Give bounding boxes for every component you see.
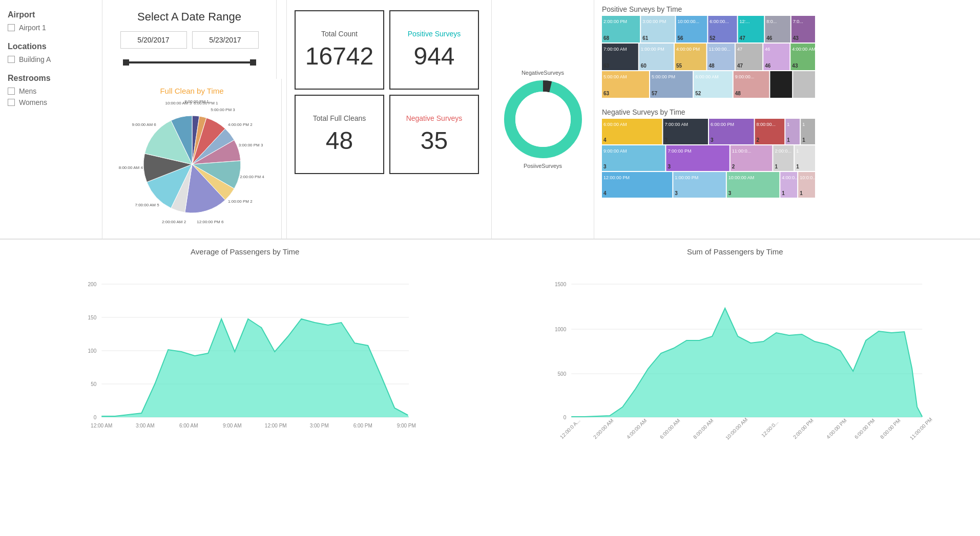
positive-treemap-section: Positive Surveys by Time 2:00:00 PM683:0…	[602, 5, 972, 103]
buildingA-checkbox[interactable]	[8, 56, 15, 63]
svg-text:6:00:00 AM: 6:00:00 AM	[695, 74, 719, 79]
svg-text:1:00:00 PM 2: 1:00:00 PM 2	[228, 199, 253, 204]
kpi-total-full-cleans: Total Full Cleans 48	[295, 95, 384, 174]
svg-text:5:00:00 PM 3: 5:00:00 PM 3	[211, 108, 235, 112]
svg-rect-70	[770, 71, 792, 98]
svg-text:8:0...: 8:0...	[766, 19, 777, 24]
svg-text:200: 200	[88, 282, 97, 287]
kpi-total-full-cleans-label: Total Full Cleans	[313, 114, 366, 122]
airport-section-title: Airport	[8, 10, 94, 19]
kpi-negative-surveys-label: Negative Surveys	[406, 114, 463, 122]
svg-text:6:00:00 PM: 6:00:00 PM	[711, 122, 734, 127]
kpi-total-count-label: Total Count	[321, 30, 358, 38]
date-slider[interactable]	[123, 56, 256, 69]
svg-text:11:00:00...: 11:00:00...	[709, 47, 731, 52]
svg-text:46: 46	[765, 47, 770, 52]
svg-text:46: 46	[766, 35, 773, 41]
positive-treemap: 2:00:00 PM683:00:00 PM6110:00:00...566:0…	[602, 16, 817, 103]
kpi-negative-surveys: Negative Surveys 35	[389, 95, 479, 174]
svg-text:68: 68	[603, 35, 610, 41]
womens-checkbox[interactable]	[8, 99, 15, 106]
svg-text:3:00 PM: 3:00 PM	[310, 423, 329, 428]
svg-text:8:00:00 PM: 8:00:00 PM	[879, 418, 901, 440]
svg-text:2:00:0...: 2:00:0...	[775, 148, 791, 154]
svg-text:1:00:00 PM: 1:00:00 PM	[641, 47, 664, 52]
negative-treemap: 6:00:00 AM47:00:00 AM36:00:00 PM38:00:00…	[602, 119, 817, 203]
mens-label: Mens	[19, 87, 36, 95]
svg-text:1: 1	[782, 190, 785, 196]
donut-section: NegativeSurveys PosiiveSurveys	[492, 0, 594, 239]
svg-text:1: 1	[787, 122, 789, 127]
svg-text:2:00:00 PM 4: 2:00:00 PM 4	[240, 175, 264, 179]
svg-text:7:0...: 7:0...	[793, 19, 803, 24]
svg-text:2:00:00 AM 2: 2:00:00 AM 2	[162, 220, 186, 224]
svg-text:55: 55	[676, 63, 682, 69]
restrooms-section-title: Restrooms	[8, 74, 94, 83]
svg-text:43: 43	[792, 63, 798, 69]
buildingA-label: Building A	[19, 55, 51, 63]
svg-text:1: 1	[775, 164, 778, 169]
svg-text:3: 3	[603, 164, 607, 169]
svg-text:7:00:00 AM: 7:00:00 AM	[603, 47, 627, 52]
womens-label: Womens	[19, 98, 47, 106]
airport1-checkbox[interactable]	[8, 24, 15, 31]
mens-checkbox[interactable]	[8, 88, 15, 95]
svg-text:47: 47	[737, 63, 743, 69]
sidebar-item-buildingA[interactable]: Building A	[8, 55, 94, 63]
svg-text:2:00:00 AM: 2:00:00 AM	[592, 418, 614, 440]
svg-text:3: 3	[664, 137, 668, 143]
sidebar-item-mens[interactable]: Mens	[8, 87, 94, 95]
svg-text:9:00:00...: 9:00:00...	[735, 74, 755, 79]
svg-text:12:...: 12:...	[740, 19, 750, 24]
svg-text:2:00:00 PM: 2:00:00 PM	[603, 19, 627, 24]
svg-text:1: 1	[802, 122, 805, 127]
start-date-input[interactable]	[120, 31, 187, 49]
svg-text:5:00:00 AM: 5:00:00 AM	[603, 74, 627, 79]
kpi-positive-surveys-label: Positive Surveys	[408, 30, 461, 38]
svg-text:1500: 1500	[555, 282, 567, 287]
svg-text:12:00 AM: 12:00 AM	[91, 423, 112, 428]
kpi-total-count: Total Count 16742	[295, 10, 384, 90]
sidebar-item-womens[interactable]: Womens	[8, 98, 94, 106]
svg-text:1: 1	[787, 137, 790, 143]
pie-section: Full Clean by Time 8:00:00 PM 16:00:00 P…	[102, 79, 282, 239]
svg-text:100: 100	[88, 348, 97, 354]
svg-text:4:00:0...: 4:00:0...	[782, 175, 799, 180]
pie-chart-title: Full Clean by Time	[160, 87, 223, 95]
svg-text:2: 2	[732, 164, 735, 169]
svg-text:10:00:00...: 10:00:00...	[678, 19, 700, 24]
svg-rect-71	[793, 71, 815, 98]
svg-text:63: 63	[603, 91, 610, 96]
avg-passengers-chart: 200 150 100 50 0 12:00 AM 3:00 AM 6:00 A…	[10, 259, 480, 525]
svg-text:1: 1	[796, 164, 799, 169]
svg-text:43: 43	[793, 35, 799, 41]
svg-text:63: 63	[603, 63, 610, 69]
svg-text:3:00:00 PM 3: 3:00:00 PM 3	[238, 143, 263, 147]
locations-section: Locations Building A	[8, 42, 94, 63]
svg-text:6:00:00 AM: 6:00:00 AM	[603, 122, 627, 127]
svg-text:5:00:00 PM: 5:00:00 PM	[652, 74, 675, 79]
svg-text:4:00:00 AM: 4:00:00 AM	[792, 47, 816, 52]
svg-text:10:00:00 AM: 10:00:00 AM	[728, 175, 755, 180]
svg-point-15	[515, 92, 571, 147]
treemap-container: Positive Surveys by Time 2:00:00 PM683:0…	[594, 0, 980, 239]
sidebar-item-airport1[interactable]: Airport 1	[8, 24, 94, 32]
sum-passengers-chart: 1500 1000 500 0 12:00:0 A... 2:00:00 AM …	[501, 259, 970, 525]
svg-text:12:00:00 PM: 12:00:00 PM	[603, 175, 630, 180]
svg-text:3:00 AM: 3:00 AM	[136, 423, 155, 428]
avg-passengers-section: Average of Passengers by Time 200 150 10…	[0, 240, 490, 536]
svg-text:6:00:00...: 6:00:00...	[710, 19, 729, 24]
svg-text:11:00:0...: 11:00:0...	[732, 148, 752, 154]
kpi-total-count-value: 16742	[305, 42, 373, 70]
svg-text:6:00 PM: 6:00 PM	[353, 423, 372, 428]
svg-text:12:00:0 A...: 12:00:0 A...	[558, 418, 581, 440]
svg-text:1000: 1000	[555, 327, 567, 332]
donut-positive-label: PosiiveSurveys	[524, 163, 562, 169]
dashboard: Airport Airport 1 Locations Building A R…	[0, 0, 980, 536]
svg-text:12:00:00 PM 6: 12:00:00 PM 6	[197, 220, 224, 224]
sum-passengers-title: Sum of Passengers by Time	[501, 247, 970, 256]
negative-treemap-svg: 6:00:00 AM47:00:00 AM36:00:00 PM38:00:00…	[602, 119, 817, 201]
end-date-input[interactable]	[192, 31, 259, 49]
negative-treemap-title: Negative Surveys by Time	[602, 108, 972, 116]
svg-text:7:00:00 AM: 7:00:00 AM	[664, 122, 688, 127]
